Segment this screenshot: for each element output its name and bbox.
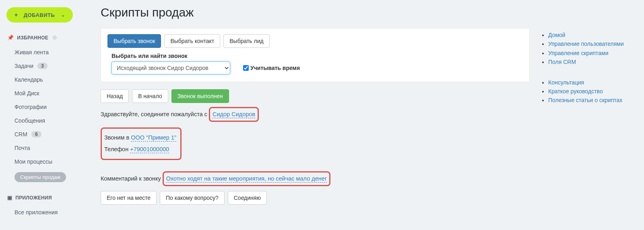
crm-badge: 6 bbox=[31, 131, 41, 138]
phone-prefix: Телефон bbox=[104, 146, 130, 152]
link-home[interactable]: Домой bbox=[548, 31, 633, 39]
link-users[interactable]: Управление пользователями bbox=[548, 39, 633, 48]
call-done-button[interactable]: Звонок выполнен bbox=[171, 89, 229, 103]
right-links-group-2: Консультация Краткое руководство Полезны… bbox=[540, 78, 633, 105]
select-call-label: Выбрать или найти звонок bbox=[111, 53, 523, 59]
comment-link[interactable]: Охотно ходят на такие мероприятия, но се… bbox=[166, 175, 327, 183]
main-content: Скрипты продаж Выбрать звонок Выбрать ко… bbox=[89, 0, 644, 230]
sidebar-item-messages[interactable]: Сообщения bbox=[6, 114, 85, 127]
company-link[interactable]: ООО "Пример 1" bbox=[131, 134, 176, 142]
sidebar-item-processes[interactable]: Мои процессы bbox=[6, 155, 85, 168]
apps-section-title: ▣ ПРИЛОЖЕНИЯ bbox=[7, 195, 85, 201]
link-scripts[interactable]: Управление скриптами bbox=[548, 49, 633, 58]
response-options: Его нет на месте По какому вопросу? Соед… bbox=[101, 191, 530, 205]
link-guide[interactable]: Краткое руководство bbox=[548, 87, 633, 96]
sidebar-item-all-apps[interactable]: Все приложения bbox=[6, 205, 85, 219]
tab-select-contact[interactable]: Выбрать контакт bbox=[164, 34, 220, 48]
company-phone-highlight: Звоним в ООО "Пример 1" Телефон +7900100… bbox=[101, 127, 182, 160]
sidebar-item-tasks[interactable]: Задачи3 bbox=[6, 59, 85, 73]
page-title: Скрипты продаж bbox=[101, 6, 633, 19]
add-button-label: ДОБАВИТЬ bbox=[24, 12, 55, 18]
opt-connecting[interactable]: Соединяю bbox=[228, 191, 267, 205]
script-body: Здравствуйте, соедините пожалуйста с Сид… bbox=[101, 107, 530, 205]
link-crm-fields[interactable]: Поля CRM bbox=[548, 58, 633, 66]
cube-icon: ▣ bbox=[7, 195, 12, 201]
tabs: Выбрать звонок Выбрать контакт Выбрать л… bbox=[107, 34, 523, 48]
sidebar-item-disk[interactable]: Мой Диск bbox=[6, 86, 85, 100]
link-articles[interactable]: Полезные статьи о скриптах bbox=[548, 96, 633, 105]
start-button[interactable]: В начало bbox=[132, 89, 168, 103]
contact-name-link[interactable]: Сидор Сидоров bbox=[213, 111, 255, 118]
tab-select-lead[interactable]: Выбрать лид bbox=[223, 34, 269, 48]
sidebar-item-scripts[interactable]: Скрипты продаж bbox=[6, 168, 85, 186]
sidebar-item-mail[interactable]: Почта bbox=[6, 141, 85, 155]
right-links-group-1: Домой Управление пользователями Управлен… bbox=[540, 31, 633, 67]
sidebar-item-crm[interactable]: CRM6 bbox=[6, 127, 85, 141]
right-links: Домой Управление пользователями Управлен… bbox=[540, 28, 633, 116]
nav-list: Живая лента Задачи3 Календарь Мой Диск Ф… bbox=[6, 45, 85, 186]
nav-buttons: Назад В начало Звонок выполнен bbox=[101, 89, 530, 103]
pin-icon: 📌 bbox=[7, 35, 14, 41]
comment-highlight: Охотно ходят на такие мероприятия, но се… bbox=[163, 171, 330, 186]
comment-prefix: Комментарий к звонку bbox=[101, 175, 163, 182]
consider-time-checkbox[interactable]: Учитывать время bbox=[243, 65, 300, 71]
favorites-section-title: 📌 ИЗБРАННОЕ ⚙ bbox=[7, 35, 85, 41]
consider-time-input[interactable] bbox=[243, 65, 249, 71]
plus-icon: + bbox=[14, 12, 18, 18]
sidebar-item-photos[interactable]: Фотографии bbox=[6, 100, 85, 114]
call-select[interactable]: Исходящий звонок Сидор Сидоров bbox=[111, 62, 230, 74]
sidebar-item-calendar[interactable]: Календарь bbox=[6, 73, 85, 86]
opt-not-here[interactable]: Его нет на месте bbox=[101, 191, 157, 205]
calling-prefix: Звоним в bbox=[104, 134, 131, 141]
back-button[interactable]: Назад bbox=[101, 89, 129, 103]
apps-list: Все приложения bbox=[6, 205, 85, 219]
sidebar: + ДОБАВИТЬ ⌄ 📌 ИЗБРАННОЕ ⚙ Живая лента З… bbox=[0, 0, 89, 230]
add-button[interactable]: + ДОБАВИТЬ ⌄ bbox=[6, 7, 73, 23]
gear-icon[interactable]: ⚙ bbox=[52, 35, 57, 41]
selection-panel: Выбрать звонок Выбрать контакт Выбрать л… bbox=[101, 28, 530, 82]
phone-link[interactable]: +79001000000 bbox=[130, 146, 169, 153]
opt-what-question[interactable]: По какому вопросу? bbox=[160, 191, 225, 205]
link-consult[interactable]: Консультация bbox=[548, 78, 633, 87]
sidebar-item-feed[interactable]: Живая лента bbox=[6, 45, 85, 59]
chevron-down-icon: ⌄ bbox=[61, 12, 65, 18]
greeting-text: Здравствуйте, соедините пожалуйста с bbox=[101, 111, 209, 117]
contact-highlight: Сидор Сидоров bbox=[209, 107, 259, 122]
tasks-badge: 3 bbox=[37, 63, 47, 69]
tab-select-call[interactable]: Выбрать звонок bbox=[107, 34, 161, 48]
